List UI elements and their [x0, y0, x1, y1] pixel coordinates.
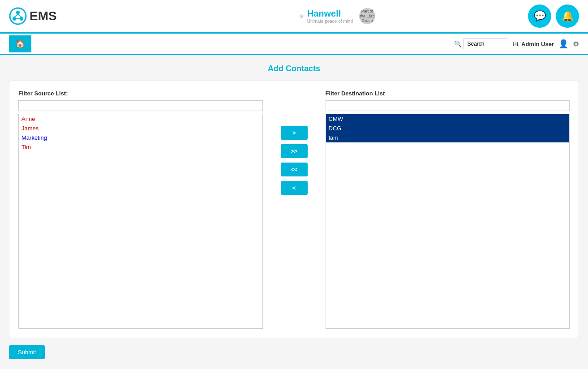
source-list-box[interactable]: Anne James Marketing Tim: [18, 114, 263, 329]
source-list-panel: Filter Source List: Anne James Marketing…: [18, 90, 263, 329]
ems-label: EMS: [30, 9, 57, 23]
header-left: EMS: [9, 7, 57, 25]
chat-icon: 💬: [534, 10, 546, 22]
hanwell-brand: Hanwell: [307, 9, 341, 18]
home-button[interactable]: 🏠: [9, 35, 31, 52]
ems-logo: EMS: [9, 7, 57, 25]
list-item[interactable]: CMW: [326, 114, 570, 124]
elab-badge: Part of the Elab Group: [359, 8, 375, 24]
chat-button[interactable]: 💬: [528, 4, 551, 28]
list-item[interactable]: Marketing: [19, 133, 262, 142]
header: EMS ⚙ Hanwell Ultimate peace of mind Par…: [0, 0, 588, 34]
list-item[interactable]: Anne: [19, 114, 262, 124]
settings-icon[interactable]: ⚙: [573, 40, 579, 48]
source-list-label: Filter Source List:: [18, 90, 263, 97]
submit-area: Submit: [9, 345, 579, 359]
remove-selected-button[interactable]: <: [281, 181, 308, 195]
destination-filter-input[interactable]: [326, 100, 570, 111]
svg-line-5: [18, 14, 21, 17]
user-greeting: Hi, Admin User: [513, 41, 554, 47]
transfer-buttons: > >> << <: [272, 126, 317, 195]
lists-container: Filter Source List: Anne James Marketing…: [18, 90, 570, 329]
header-right: 💬 🔔: [528, 4, 579, 28]
search-input[interactable]: [464, 39, 508, 49]
home-icon: 🏠: [15, 39, 25, 48]
hanwell-tagline: Ultimate peace of mind: [307, 19, 353, 24]
destination-list-box[interactable]: CMW DCG Iain: [326, 114, 570, 329]
list-item[interactable]: DCG: [326, 124, 570, 133]
card: Filter Source List: Anne James Marketing…: [9, 81, 579, 338]
destination-list-panel: Filter Destination List CMW DCG Iain: [326, 90, 570, 329]
bell-icon: 🔔: [562, 10, 574, 22]
hanwell-logo: ⚙ Hanwell Ultimate peace of mind Part of…: [299, 8, 375, 24]
main-content: Add Contacts Filter Source List: Anne Ja…: [0, 55, 588, 368]
ems-logo-icon: [9, 7, 27, 25]
page-title: Add Contacts: [9, 64, 579, 73]
source-filter-input[interactable]: [18, 100, 263, 111]
elab-label: Part of the Elab Group: [359, 9, 375, 23]
move-selected-button[interactable]: >: [281, 126, 308, 140]
search-wrapper: 🔍: [454, 39, 508, 49]
list-item[interactable]: Iain: [326, 133, 570, 142]
nav-right: 🔍 Hi, Admin User 👤 ⚙: [454, 39, 579, 49]
notifications-button[interactable]: 🔔: [556, 4, 579, 28]
remove-all-button[interactable]: <<: [281, 163, 308, 176]
svg-line-4: [14, 14, 18, 17]
destination-list-label: Filter Destination List: [326, 90, 570, 97]
navbar: 🏠 🔍 Hi, Admin User 👤 ⚙: [0, 34, 588, 55]
user-profile-icon[interactable]: 👤: [558, 39, 568, 49]
svg-point-0: [10, 8, 26, 24]
submit-button[interactable]: Submit: [9, 345, 45, 359]
list-item[interactable]: James: [19, 124, 262, 133]
svg-point-1: [16, 11, 20, 14]
list-item[interactable]: Tim: [19, 142, 262, 152]
move-all-button[interactable]: >>: [281, 144, 308, 158]
search-icon: 🔍: [454, 40, 462, 47]
